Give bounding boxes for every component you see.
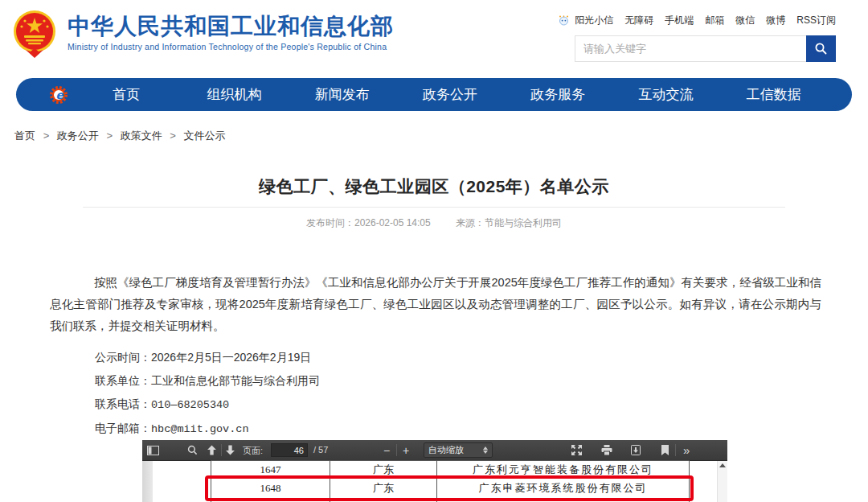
search-bar [575,35,836,62]
link-mail[interactable]: 邮箱 [705,14,724,27]
article-paragraph: 按照《绿色工厂梯度培育及管理暂行办法》《工业和信息化部办公厅关于开展2025年度… [50,272,821,337]
pdf-scrollbar[interactable] [717,461,727,502]
pdf-zoom-in-button[interactable]: + [403,440,409,460]
province-cell: 广东 [330,479,437,499]
detail-publicity-period: 公示时间：2026年2月5日一2026年2月19日 [95,346,320,369]
search-button[interactable] [806,35,836,62]
miit-gear-logo-icon: e [48,84,72,105]
publish-time: 发布时间：2026-02-05 14:05 [306,217,431,228]
pdf-page-total: / 57 [313,445,328,455]
nav-gov-disclosure[interactable]: 政务公开 [396,85,504,104]
link-sunshine-assistant[interactable]: 阳光小信 [575,14,613,27]
pdf-bookmark-icon[interactable] [661,440,669,460]
link-accessibility[interactable]: 无障碍 [624,14,653,27]
nav-interaction[interactable]: 互动交流 [612,85,719,104]
pdf-page-number-input[interactable] [271,443,308,457]
toolbar-divider [396,444,397,456]
table-row-highlighted: 1648 广东 广东申菱环境系统股份有限公司 [211,479,690,499]
pdf-presentation-mode-icon[interactable] [571,440,582,460]
toolbar-divider [221,444,222,456]
pdf-print-icon[interactable] [601,440,612,460]
site-title: 中华人民共和国工业和信息化部 [68,14,394,39]
toolbar-divider [675,444,676,456]
pdf-zoom-out-button[interactable]: − [383,440,390,460]
breadcrumb-separator: > [170,130,176,142]
breadcrumb-separator: > [43,130,50,142]
table-row-clipped [211,499,690,502]
province-cell: 广东 [330,461,437,479]
breadcrumb-file-publicity[interactable]: 文件公示 [184,130,226,142]
breadcrumb-separator: > [106,130,113,142]
search-icon [814,42,828,56]
pdf-scale-select[interactable]: 自动缩放 [424,442,493,458]
pdf-left-gutter [142,461,153,502]
detail-contact-phone: 联系电话：010—68205340 [95,393,320,417]
article-meta: 发布时间：2026-02-05 14:05 来源：节能与综合利用司 [0,216,868,230]
company-cell: 广东利元亨智能装备股份有限公司 [437,461,690,479]
link-rss[interactable]: RSS订阅 [796,14,836,27]
pdf-table: 1647 广东 广东利元亨智能装备股份有限公司 1648 广东 广东申菱环境系统… [211,460,690,502]
nav-miit-data[interactable]: 工信数据 [720,85,828,104]
company-cell: 广东申菱环境系统股份有限公司 [437,479,690,499]
breadcrumb: 首页 > 政务公开 > 政策文件 > 文件公示 [14,129,226,143]
article-source: 来源：节能与综合利用司 [456,217,562,228]
nav-gov-services[interactable]: 政务服务 [504,85,612,104]
pdf-page-up-icon[interactable] [207,440,217,460]
pdf-page-down-icon[interactable] [225,440,235,460]
pdf-find-icon[interactable] [187,440,198,460]
title-divider [83,207,785,208]
search-input[interactable] [575,36,806,61]
pdf-viewer: 页面: / 57 − + 自动缩放 » 1647 广东 广 [142,440,727,502]
breadcrumb-policy-files[interactable]: 政策文件 [121,130,162,142]
table-row: 1647 广东 广东利元亨智能装备股份有限公司 [211,461,690,479]
pdf-download-icon[interactable] [631,440,641,460]
select-spinner-icon [483,446,488,454]
pdf-toolbar: 页面: / 57 − + 自动缩放 » [142,440,727,461]
breadcrumb-home[interactable]: 首页 [14,130,35,142]
link-weibo[interactable]: 微博 [766,14,785,27]
nav-news[interactable]: 新闻发布 [289,85,396,104]
link-mobile[interactable]: 手机端 [665,14,694,27]
nav-home[interactable]: 首页 [72,85,180,104]
article-details: 公示时间：2026年2月5日一2026年2月19日 联系单位：工业和信息化部节能… [95,346,320,441]
row-number-cell: 1648 [211,479,330,499]
breadcrumb-gov-disclosure[interactable]: 政务公开 [57,130,99,142]
pdf-page-content: 1647 广东 广东利元亨智能装备股份有限公司 1648 广东 广东申菱环境系统… [142,461,727,502]
main-nav: e 首页 组织机构 新闻发布 政务公开 政务服务 互动交流 工信数据 [16,78,852,111]
detail-contact-email: 电子邮箱：hbc@miit.gov.cn [95,417,320,441]
article-title: 绿色工厂、绿色工业园区（2025年）名单公示 [0,175,868,198]
site-header: 中华人民共和国工业和信息化部 Ministry of Industry and … [0,0,868,76]
detail-contact-unit: 联系单位：工业和信息化部节能与综合利用司 [95,369,320,393]
row-number-cell: 1647 [211,461,330,479]
site-subtitle: Ministry of Industry and Information Tec… [68,42,394,51]
top-utility-links: 阳光小信 无障碍 手机端 邮箱 微信 微博 RSS订阅 [558,14,836,27]
scroll-up-icon[interactable] [719,463,726,467]
sunshine-assistant-icon [558,14,570,27]
pdf-more-tools-icon[interactable]: » [683,440,688,460]
pdf-scale-value: 自动缩放 [428,444,464,456]
nav-organization[interactable]: 组织机构 [180,85,288,104]
national-emblem-logo [11,10,58,58]
pdf-sidebar-toggle-icon[interactable] [147,440,159,460]
svg-text:e: e [56,88,65,101]
link-wechat[interactable]: 微信 [735,14,755,27]
pdf-page-label: 页面: [243,445,263,457]
